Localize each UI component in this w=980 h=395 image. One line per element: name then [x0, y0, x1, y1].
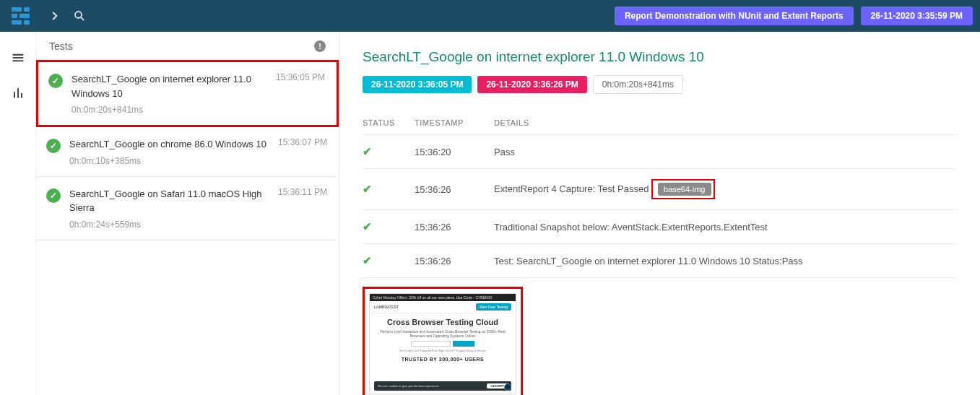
- report-datetime-badge: 26-11-2020 3:35:59 PM: [861, 6, 973, 25]
- search-icon[interactable]: [73, 9, 86, 22]
- report-title-badge: Report Demonstration with NUnit and Exte…: [615, 6, 854, 25]
- topbar: Report Demonstration with NUnit and Exte…: [0, 0, 980, 32]
- svg-point-0: [75, 12, 82, 18]
- app-logo: [12, 7, 30, 25]
- svg-line-1: [81, 17, 84, 20]
- chevron-right-icon[interactable]: [48, 9, 61, 22]
